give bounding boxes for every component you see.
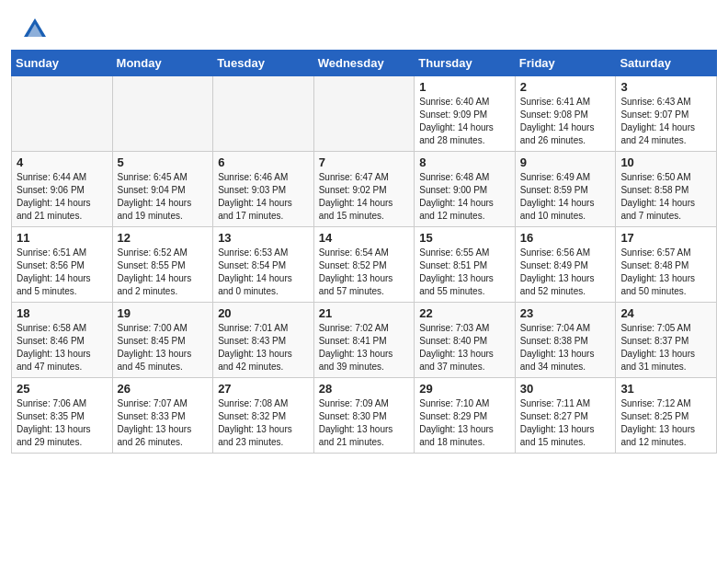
day-info: Sunrise: 6:41 AM Sunset: 9:08 PM Dayligh… xyxy=(520,96,611,147)
day-number: 31 xyxy=(620,382,711,396)
day-info: Sunrise: 6:49 AM Sunset: 8:59 PM Dayligh… xyxy=(520,171,611,223)
calendar-cell-7: 7Sunrise: 6:47 AM Sunset: 9:02 PM Daylig… xyxy=(313,152,415,227)
calendar-week-4: 25Sunrise: 7:06 AM Sunset: 8:35 PM Dayli… xyxy=(12,378,717,454)
calendar-cell-5: 5Sunrise: 6:45 AM Sunset: 9:04 PM Daylig… xyxy=(112,152,213,227)
day-info: Sunrise: 7:01 AM Sunset: 8:43 PM Dayligh… xyxy=(218,322,309,373)
day-info: Sunrise: 6:53 AM Sunset: 8:54 PM Dayligh… xyxy=(218,247,309,298)
day-info: Sunrise: 6:55 AM Sunset: 8:51 PM Dayligh… xyxy=(419,247,510,298)
calendar-cell-1: 1Sunrise: 6:40 AM Sunset: 9:09 PM Daylig… xyxy=(415,76,516,152)
weekday-header-friday: Friday xyxy=(515,51,616,76)
weekday-header-sunday: Sunday xyxy=(12,51,113,76)
calendar-cell-empty xyxy=(112,76,213,152)
day-number: 27 xyxy=(218,382,309,396)
calendar-cell-22: 22Sunrise: 7:03 AM Sunset: 8:40 PM Dayli… xyxy=(415,303,516,378)
calendar-cell-21: 21Sunrise: 7:02 AM Sunset: 8:41 PM Dayli… xyxy=(313,303,415,378)
calendar-cell-14: 14Sunrise: 6:54 AM Sunset: 8:52 PM Dayli… xyxy=(313,227,415,303)
calendar-table: SundayMondayTuesdayWednesdayThursdayFrid… xyxy=(11,50,717,454)
calendar-cell-29: 29Sunrise: 7:10 AM Sunset: 8:29 PM Dayli… xyxy=(415,378,516,454)
day-number: 12 xyxy=(118,231,209,245)
day-info: Sunrise: 6:52 AM Sunset: 8:55 PM Dayligh… xyxy=(118,247,209,298)
day-number: 17 xyxy=(620,231,711,245)
day-info: Sunrise: 6:47 AM Sunset: 9:02 PM Dayligh… xyxy=(319,171,410,223)
weekday-header-row: SundayMondayTuesdayWednesdayThursdayFrid… xyxy=(12,51,717,76)
day-number: 11 xyxy=(17,231,108,245)
logo-icon xyxy=(22,17,48,42)
calendar-cell-31: 31Sunrise: 7:12 AM Sunset: 8:25 PM Dayli… xyxy=(616,378,717,454)
weekday-header-monday: Monday xyxy=(112,51,213,76)
day-number: 24 xyxy=(620,306,711,320)
day-info: Sunrise: 6:45 AM Sunset: 9:04 PM Dayligh… xyxy=(118,171,209,223)
day-number: 3 xyxy=(620,80,711,94)
day-info: Sunrise: 6:56 AM Sunset: 8:49 PM Dayligh… xyxy=(520,247,611,298)
day-number: 18 xyxy=(17,306,108,320)
day-number: 9 xyxy=(520,155,611,169)
calendar-cell-28: 28Sunrise: 7:09 AM Sunset: 8:30 PM Dayli… xyxy=(313,378,415,454)
calendar-cell-empty xyxy=(313,76,415,152)
calendar-week-3: 18Sunrise: 6:58 AM Sunset: 8:46 PM Dayli… xyxy=(12,303,717,378)
day-number: 26 xyxy=(118,382,209,396)
calendar-cell-12: 12Sunrise: 6:52 AM Sunset: 8:55 PM Dayli… xyxy=(112,227,213,303)
day-number: 19 xyxy=(118,306,209,320)
calendar-cell-19: 19Sunrise: 7:00 AM Sunset: 8:45 PM Dayli… xyxy=(112,303,213,378)
weekday-header-wednesday: Wednesday xyxy=(313,51,415,76)
day-info: Sunrise: 6:50 AM Sunset: 8:58 PM Dayligh… xyxy=(620,171,711,223)
day-info: Sunrise: 7:11 AM Sunset: 8:27 PM Dayligh… xyxy=(520,397,611,449)
calendar-cell-17: 17Sunrise: 6:57 AM Sunset: 8:48 PM Dayli… xyxy=(616,227,717,303)
calendar-cell-empty xyxy=(12,76,113,152)
day-number: 25 xyxy=(17,382,108,396)
day-number: 10 xyxy=(620,155,711,169)
day-info: Sunrise: 6:54 AM Sunset: 8:52 PM Dayligh… xyxy=(319,247,410,298)
day-number: 20 xyxy=(218,306,309,320)
calendar-cell-16: 16Sunrise: 6:56 AM Sunset: 8:49 PM Dayli… xyxy=(515,227,616,303)
calendar-cell-25: 25Sunrise: 7:06 AM Sunset: 8:35 PM Dayli… xyxy=(12,378,113,454)
day-number: 21 xyxy=(319,306,410,320)
day-number: 13 xyxy=(218,231,309,245)
day-number: 1 xyxy=(419,80,510,94)
calendar-cell-9: 9Sunrise: 6:49 AM Sunset: 8:59 PM Daylig… xyxy=(515,152,616,227)
day-info: Sunrise: 7:08 AM Sunset: 8:32 PM Dayligh… xyxy=(218,397,309,449)
day-info: Sunrise: 6:58 AM Sunset: 8:46 PM Dayligh… xyxy=(17,322,108,373)
calendar-week-0: 1Sunrise: 6:40 AM Sunset: 9:09 PM Daylig… xyxy=(12,76,717,152)
day-number: 4 xyxy=(17,155,108,169)
logo xyxy=(22,17,51,42)
day-number: 5 xyxy=(118,155,209,169)
header xyxy=(0,0,728,50)
day-number: 23 xyxy=(520,306,611,320)
calendar-week-1: 4Sunrise: 6:44 AM Sunset: 9:06 PM Daylig… xyxy=(12,152,717,227)
day-info: Sunrise: 6:57 AM Sunset: 8:48 PM Dayligh… xyxy=(620,247,711,298)
day-info: Sunrise: 7:04 AM Sunset: 8:38 PM Dayligh… xyxy=(520,322,611,373)
weekday-header-saturday: Saturday xyxy=(616,51,717,76)
day-number: 28 xyxy=(319,382,410,396)
day-number: 29 xyxy=(419,382,510,396)
day-info: Sunrise: 7:10 AM Sunset: 8:29 PM Dayligh… xyxy=(419,397,510,449)
day-number: 7 xyxy=(319,155,410,169)
day-info: Sunrise: 7:09 AM Sunset: 8:30 PM Dayligh… xyxy=(319,397,410,449)
calendar-cell-18: 18Sunrise: 6:58 AM Sunset: 8:46 PM Dayli… xyxy=(12,303,113,378)
calendar-wrapper: SundayMondayTuesdayWednesdayThursdayFrid… xyxy=(0,50,728,465)
calendar-cell-8: 8Sunrise: 6:48 AM Sunset: 9:00 PM Daylig… xyxy=(415,152,516,227)
day-info: Sunrise: 6:40 AM Sunset: 9:09 PM Dayligh… xyxy=(419,96,510,147)
calendar-cell-10: 10Sunrise: 6:50 AM Sunset: 8:58 PM Dayli… xyxy=(616,152,717,227)
calendar-week-2: 11Sunrise: 6:51 AM Sunset: 8:56 PM Dayli… xyxy=(12,227,717,303)
calendar-cell-23: 23Sunrise: 7:04 AM Sunset: 8:38 PM Dayli… xyxy=(515,303,616,378)
calendar-cell-20: 20Sunrise: 7:01 AM Sunset: 8:43 PM Dayli… xyxy=(213,303,314,378)
day-number: 14 xyxy=(319,231,410,245)
calendar-cell-3: 3Sunrise: 6:43 AM Sunset: 9:07 PM Daylig… xyxy=(616,76,717,152)
day-info: Sunrise: 6:44 AM Sunset: 9:06 PM Dayligh… xyxy=(17,171,108,223)
calendar-cell-24: 24Sunrise: 7:05 AM Sunset: 8:37 PM Dayli… xyxy=(616,303,717,378)
weekday-header-thursday: Thursday xyxy=(415,51,516,76)
day-number: 15 xyxy=(419,231,510,245)
day-number: 16 xyxy=(520,231,611,245)
day-number: 30 xyxy=(520,382,611,396)
calendar-cell-30: 30Sunrise: 7:11 AM Sunset: 8:27 PM Dayli… xyxy=(515,378,616,454)
day-number: 6 xyxy=(218,155,309,169)
day-number: 8 xyxy=(419,155,510,169)
day-info: Sunrise: 7:06 AM Sunset: 8:35 PM Dayligh… xyxy=(17,397,108,449)
day-number: 22 xyxy=(419,306,510,320)
calendar-cell-2: 2Sunrise: 6:41 AM Sunset: 9:08 PM Daylig… xyxy=(515,76,616,152)
day-info: Sunrise: 7:05 AM Sunset: 8:37 PM Dayligh… xyxy=(620,322,711,373)
day-info: Sunrise: 7:02 AM Sunset: 8:41 PM Dayligh… xyxy=(319,322,410,373)
calendar-cell-6: 6Sunrise: 6:46 AM Sunset: 9:03 PM Daylig… xyxy=(213,152,314,227)
day-info: Sunrise: 6:48 AM Sunset: 9:00 PM Dayligh… xyxy=(419,171,510,223)
day-info: Sunrise: 7:03 AM Sunset: 8:40 PM Dayligh… xyxy=(419,322,510,373)
